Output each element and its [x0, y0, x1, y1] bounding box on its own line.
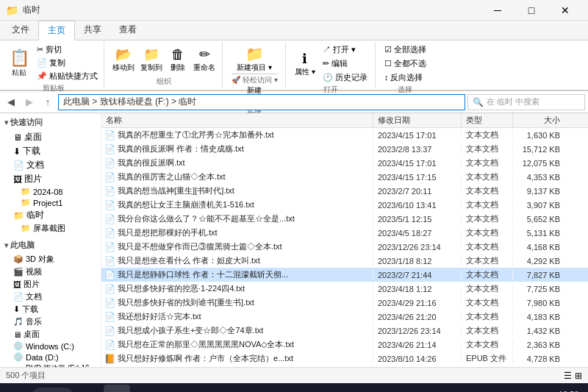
table-row[interactable]: 📄 我真的很反派啊.txt 2023/4/15 17:01 文本文档 12,07…	[101, 156, 588, 170]
taskbar-clock[interactable]: 13:58 2024/8/15	[553, 390, 586, 393]
col-type: EPUB 文件	[462, 353, 513, 364]
tab-share[interactable]: 共享	[75, 21, 110, 40]
copy-button[interactable]: 📄 复制	[34, 57, 101, 69]
table-row[interactable]: 📄 我只想成小孩子系生+变☆郎◇全74章.txt 2023/12/26 23:1…	[101, 324, 588, 338]
sidebar-item-3d[interactable]: 📦3D 对象	[0, 253, 101, 266]
taskbar-vscode[interactable]: ⬡	[187, 385, 214, 392]
close-button[interactable]: ✕	[548, 0, 582, 21]
taskbar-store[interactable]: 🛍	[243, 385, 270, 392]
table-row[interactable]: 📄 我只是想静静口球性 作者：十二混濛截斩天彻... 2023/2/7 21:4…	[101, 268, 588, 282]
sidebar-item-screenshots[interactable]: 📁屏幕截图	[0, 222, 101, 235]
col-type: 文本文档	[462, 241, 513, 252]
table-row[interactable]: 📄 我真的想当战神[重生][书时代].txt 2023/2/7 20:11 文本…	[101, 184, 588, 198]
sidebar-item-downloads2[interactable]: ⬇下载	[0, 303, 101, 316]
nav-back-button[interactable]: ◀	[3, 94, 19, 110]
sidebar-item-docs2[interactable]: 📄文档	[0, 291, 101, 303]
col-size-header[interactable]: 大小	[513, 113, 564, 127]
file-list-header: 名称 修改日期 类型 大小	[101, 113, 588, 128]
nav-up-button[interactable]: ↑	[40, 94, 56, 110]
sidebar-item-datad[interactable]: 💿Data (D:)	[0, 352, 101, 363]
col-date-header[interactable]: 修改日期	[373, 113, 462, 127]
taskbar-terminal[interactable]: ⬛	[215, 385, 242, 392]
open-button[interactable]: ↗ 打开 ▾	[320, 43, 370, 56]
organize-label: 组织	[157, 76, 171, 87]
taskbar-task-view[interactable]: ⧉	[76, 385, 102, 392]
select-none-button[interactable]: ☐ 全都不选	[381, 57, 429, 70]
table-row[interactable]: 📄 我只是不想做穿作而已③腹黑骑士篇◇全本.txt 2023/12/26 23:…	[101, 240, 588, 254]
clipboard-group: 📋 粘贴 ✂ 剪切 📄 复制 📌 粘贴快捷方式 剪贴板	[3, 42, 104, 88]
maximize-button[interactable]: □	[514, 0, 548, 21]
table-row[interactable]: 📄 我真的想让女王主脑崩溃机关1-516.txt 2023/6/10 13:41…	[101, 198, 588, 212]
col-name: 📄 我只想成小孩子系生+变☆郎◇全74章.txt	[101, 325, 373, 336]
taskbar-chrome[interactable]: 🔵	[159, 385, 186, 392]
rename-button[interactable]: ✏重命名	[191, 45, 218, 74]
col-name-header[interactable]: 名称	[101, 113, 373, 127]
view-list-button[interactable]: ☰	[564, 371, 572, 381]
sidebar-item-pics2[interactable]: 🖼图片	[0, 278, 101, 291]
cut-button[interactable]: ✂ 剪切	[34, 43, 101, 56]
col-type: 文本文档	[462, 311, 513, 322]
copy-to-button[interactable]: 📁复制到	[138, 45, 165, 74]
open-group: ℹ属性 ▾ ↗ 打开 ▾ ✏ 编辑 🕐 历史记录 打开	[287, 42, 376, 88]
sidebar-item-pictures[interactable]: 🖼图片	[0, 172, 101, 186]
sidebar-item-desktop[interactable]: 🖥桌面	[0, 130, 101, 144]
sidebar-item-docs[interactable]: 📄文档	[0, 158, 101, 172]
sidebar-item-downloads[interactable]: ⬇下载	[0, 144, 101, 158]
view-grid-button[interactable]: ⊞	[575, 371, 582, 381]
invert-select-button[interactable]: ↕ 反向选择	[381, 71, 429, 84]
sidebar-item-dvde[interactable]: 📀DVD 驱动器 (E:) 16.0.1	[0, 363, 101, 367]
table-row[interactable]: 📄 我只想多快好省的控恶·1-224四4.txt 2023/4/18 1:12 …	[101, 282, 588, 296]
properties-button[interactable]: ℹ属性 ▾	[292, 49, 318, 79]
table-row[interactable]: 📄 我很不想努力的.txt 2023/4/26 21:28 文本文档 6,598…	[101, 366, 588, 367]
edit-button[interactable]: ✏ 编辑	[320, 57, 370, 70]
move-to-button[interactable]: 📂移动到	[110, 45, 137, 74]
sidebar-item-project1[interactable]: 📁Project1	[0, 197, 101, 208]
table-row[interactable]: 📄 我真的很厉害之山猫◇全本.txt 2023/4/15 17:15 文本文档 …	[101, 170, 588, 184]
table-row[interactable]: 📄 我只是想坐在看什么 作者：妲皮大叫.txt 2023/1/18 8:12 文…	[101, 254, 588, 268]
start-button[interactable]: ⊞	[3, 385, 29, 392]
sidebar-item-temp[interactable]: 📁临时	[0, 208, 101, 222]
table-row[interactable]: 📄 我分台你这么做么了？☆能不不超基至☆全是...txt 2023/5/1 12…	[101, 212, 588, 226]
table-row[interactable]: 📙 我只想好好修炼啊 作者：户市（全本完结）e...txt 2023/8/10 …	[101, 352, 588, 366]
taskbar-edge[interactable]: 🌐	[132, 385, 158, 392]
file-icon: 📄	[104, 130, 115, 140]
tab-home[interactable]: 主页	[38, 21, 75, 40]
address-path[interactable]: 此电脑 > 致钛移动硬盘 (F:) > 临时	[58, 94, 465, 110]
tab-file[interactable]: 文件	[3, 21, 38, 40]
table-row[interactable]: 📄 我只想在正常的那里◇黑黑黑黑黑NOVA◇全本.txt 2023/4/26 2…	[101, 338, 588, 352]
paste-button[interactable]: 📋 粘贴	[6, 47, 32, 79]
table-row[interactable]: 📄 我只想多快好省的找到谁书[重生书].txt 2023/4/29 21:16 …	[101, 296, 588, 310]
file-icon: 📄	[104, 158, 115, 168]
file-icon: 📄	[104, 186, 115, 196]
col-date: 2023/4/26 21:14	[373, 341, 462, 349]
sidebar-item-2024-08[interactable]: 📁2024-08	[0, 186, 101, 197]
nav-forward-button[interactable]: ▶	[21, 94, 37, 110]
sidebar-item-desktop2[interactable]: 🖥桌面	[0, 328, 101, 341]
col-size: 15,712 KB	[513, 145, 564, 154]
col-name: 📄 我真的想当战神[重生][书时代].txt	[101, 185, 373, 196]
select-all-button[interactable]: ☑ 全部选择	[381, 43, 429, 56]
sidebar-item-winc[interactable]: 💿Windows (C:)	[0, 341, 101, 352]
col-date: 2023/4/18 1:12	[373, 285, 462, 293]
taskbar-search[interactable]: 🔍 搜索	[31, 388, 74, 392]
sidebar-section-quickaccess: ▾快速访问	[0, 115, 101, 130]
table-row[interactable]: 📄 我只是想把那棵好的手机.txt 2023/4/5 18:27 文本文档 5,…	[101, 226, 588, 240]
table-row[interactable]: 📄 我真的很反派啊 作者：情史成殇.txt 2023/2/8 13:37 文本文…	[101, 142, 588, 156]
col-type: 文本文档	[462, 283, 513, 294]
taskbar-explorer[interactable]: 📁	[104, 385, 130, 392]
col-size: 1,432 KB	[513, 327, 564, 335]
delete-button[interactable]: 🗑删除	[166, 46, 190, 74]
col-type-header[interactable]: 类型	[462, 113, 513, 127]
tab-view[interactable]: 查看	[110, 21, 146, 40]
history-button[interactable]: 🕐 历史记录	[320, 71, 370, 84]
sidebar-item-music[interactable]: 🎵音乐	[0, 316, 101, 328]
table-row[interactable]: 📄 我真的不想重生了①北芹秀☆完本加番外.txt 2023/4/15 17:01…	[101, 128, 588, 142]
col-size: 9,137 KB	[513, 187, 564, 196]
sidebar-item-video[interactable]: 🎬视频	[0, 266, 101, 278]
col-name: 📄 我只是不想做穿作而已③腹黑骑士篇◇全本.txt	[101, 241, 373, 252]
paste-shortcut-button[interactable]: 📌 粘贴快捷方式	[34, 70, 101, 82]
file-icon: 📄	[104, 326, 115, 336]
minimize-button[interactable]: ─	[481, 0, 514, 21]
table-row[interactable]: 📄 我还想好好活☆完本.txt 2023/4/26 21:20 文本文档 4,1…	[101, 310, 588, 324]
search-box[interactable]: 🔍 在 临时 中搜索	[467, 94, 585, 110]
